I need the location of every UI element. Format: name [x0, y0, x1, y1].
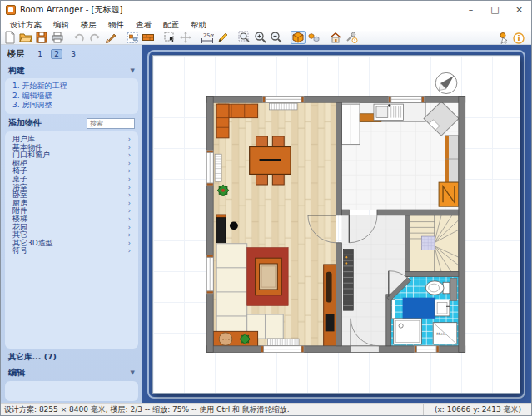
- search-input[interactable]: [87, 118, 135, 129]
- chevron-right-icon: ›: [128, 167, 131, 176]
- walls-button[interactable]: [141, 31, 156, 44]
- radiator[interactable]: [267, 339, 299, 346]
- objects-3d-button[interactable]: [306, 31, 321, 44]
- kitchen-counter[interactable]: [360, 102, 425, 121]
- build-step-edit-walls[interactable]: 2. 编辑墙壁: [12, 92, 131, 102]
- tv-cabinet[interactable]: [324, 265, 336, 347]
- fridge[interactable]: [341, 104, 360, 144]
- zoom-region-button[interactable]: [237, 31, 252, 44]
- category-bathroom[interactable]: 浴室›: [12, 184, 131, 192]
- info-button[interactable]: i: [511, 32, 526, 45]
- redo-button[interactable]: [87, 31, 102, 44]
- menu-design[interactable]: 设计方案: [4, 18, 47, 31]
- floors-row: 楼层 1 2 3: [2, 47, 141, 62]
- category-symbols[interactable]: 符号›: [12, 247, 131, 255]
- staircase[interactable]: [410, 215, 458, 272]
- zoom-out-button[interactable]: [269, 31, 284, 44]
- close-button[interactable]: ×: [507, 1, 531, 18]
- tool-clock-icon: [345, 31, 358, 44]
- objects-3d-icon: [307, 31, 321, 44]
- plant[interactable]: [217, 185, 229, 196]
- bathroom-sink[interactable]: [435, 300, 450, 316]
- canvas-area[interactable]: Miele: [142, 45, 531, 403]
- category-accessories[interactable]: 附件›: [12, 207, 131, 215]
- hand-pointer-icon: [496, 32, 510, 45]
- category-tables[interactable]: 桌子›: [12, 176, 131, 184]
- category-chairs[interactable]: 椅子›: [12, 167, 131, 176]
- build-step-new-project[interactable]: 1. 开始新的工程: [12, 82, 131, 92]
- floor-lamp: [230, 222, 238, 230]
- floor-tab-2[interactable]: 2: [51, 49, 62, 59]
- chevron-right-icon: ›: [128, 191, 131, 200]
- chevron-right-icon: ›: [128, 231, 131, 240]
- menu-floors[interactable]: 楼层: [75, 18, 102, 31]
- chevron-down-icon[interactable]: ▼: [131, 67, 135, 74]
- menu-options[interactable]: 配置: [157, 18, 185, 31]
- shower[interactable]: [394, 319, 422, 344]
- kitchen-wall-cabinets[interactable]: [445, 136, 459, 182]
- bath-mat: [403, 298, 436, 319]
- undo-button[interactable]: [72, 31, 87, 44]
- drawing-paper[interactable]: Miele: [152, 55, 520, 394]
- side-table-plant[interactable]: [213, 331, 257, 346]
- category-bedroom[interactable]: 卧室›: [12, 191, 131, 200]
- maximize-button[interactable]: □: [483, 1, 507, 18]
- coffee-table[interactable]: [256, 258, 282, 295]
- floors-label: 楼层: [7, 48, 24, 60]
- edit-panel: [5, 381, 138, 401]
- build-step-adjust-room[interactable]: 3. 房间调整: [12, 101, 131, 111]
- other-libraries-link[interactable]: 其它库... (7): [2, 349, 141, 364]
- chevron-right-icon: ›: [128, 184, 131, 192]
- canvas-frame: Miele: [147, 50, 525, 399]
- radiator[interactable]: [215, 154, 221, 181]
- walkthrough-button[interactable]: [328, 31, 343, 44]
- build-header[interactable]: 构建 ▼: [2, 62, 141, 78]
- view-3d-button[interactable]: [291, 31, 306, 44]
- pencil-icon: [216, 31, 230, 44]
- category-cabinets[interactable]: 橱柜›: [12, 160, 131, 168]
- faucet: [388, 104, 391, 106]
- status-bar: 设计方案: 8255 × 8400 毫米, 楼层: 2/3 -- 缩放: 75%…: [1, 403, 531, 415]
- select-objects-button[interactable]: [162, 31, 177, 44]
- hall-shelf[interactable]: [343, 250, 353, 311]
- categories-panel: 用户库› 基本物件› 门口和窗户› 橱柜› 椅子› 桌子› 浴室› 卧室› 厨房…: [5, 131, 138, 349]
- build-panel: 1. 开始新的工程 2. 编辑墙壁 3. 房间调整: [5, 78, 138, 114]
- menu-objects[interactable]: 物件: [102, 18, 130, 31]
- add-objects-header: 添加物件: [2, 114, 141, 131]
- radiator[interactable]: [269, 103, 297, 110]
- menu-view[interactable]: 查看: [130, 18, 157, 31]
- minimize-button[interactable]: –: [459, 1, 483, 18]
- menu-help[interactable]: 帮助: [185, 18, 212, 31]
- category-kitchen[interactable]: 厨房›: [12, 200, 131, 208]
- edit-header[interactable]: 编辑 ▼: [2, 364, 141, 380]
- toilet[interactable]: [425, 281, 450, 295]
- move-button[interactable]: [178, 31, 193, 44]
- open-button[interactable]: [18, 31, 33, 44]
- zoom-in-button[interactable]: [253, 31, 268, 44]
- category-doors-windows[interactable]: 门口和窗户›: [12, 151, 131, 160]
- category-other-3d[interactable]: 其它3D造型›: [12, 240, 131, 248]
- plan-properties-button[interactable]: [125, 31, 140, 44]
- floor-plan[interactable]: Miele: [153, 56, 520, 393]
- print-button[interactable]: [50, 31, 65, 44]
- compass-icon[interactable]: [435, 72, 457, 93]
- app-icon: [6, 5, 16, 15]
- category-garden[interactable]: 花园›: [12, 224, 131, 232]
- kitchen-orange-cabinet[interactable]: [439, 182, 459, 206]
- category-stairs[interactable]: 楼梯›: [12, 215, 131, 224]
- draw-button[interactable]: [216, 31, 231, 44]
- chevron-down-icon[interactable]: ▼: [131, 369, 135, 376]
- tools-button[interactable]: [344, 31, 359, 44]
- floor-tab-1[interactable]: 1: [34, 49, 46, 59]
- toolbar: 25m i: [1, 31, 531, 45]
- info-icon: i: [512, 32, 525, 45]
- washing-machine[interactable]: Miele: [433, 323, 457, 344]
- measure-button[interactable]: 25m: [200, 31, 215, 44]
- save-button[interactable]: [34, 31, 49, 44]
- format-brush-button[interactable]: [103, 31, 118, 44]
- floor-tab-3[interactable]: 3: [67, 49, 79, 59]
- pointer-mode-button[interactable]: [495, 32, 510, 45]
- move-icon: [179, 31, 192, 44]
- new-button[interactable]: [2, 31, 17, 44]
- menu-edit[interactable]: 编辑: [47, 18, 75, 31]
